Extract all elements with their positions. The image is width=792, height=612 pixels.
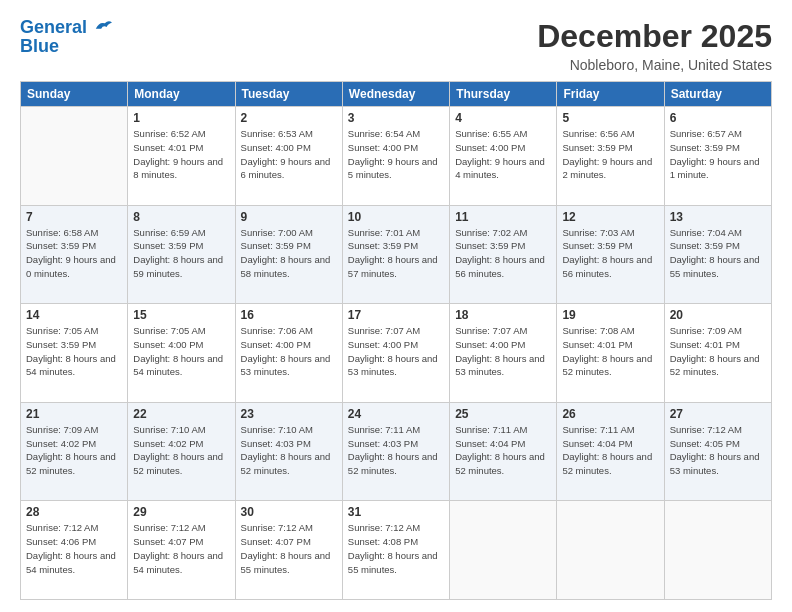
day-info: Sunrise: 6:57 AMSunset: 3:59 PMDaylight:… xyxy=(670,127,766,182)
logo-bird-icon xyxy=(94,19,112,33)
logo: General Blue xyxy=(20,18,112,57)
day-number: 15 xyxy=(133,308,229,322)
day-number: 5 xyxy=(562,111,658,125)
day-number: 12 xyxy=(562,210,658,224)
day-number: 18 xyxy=(455,308,551,322)
day-info: Sunrise: 7:03 AMSunset: 3:59 PMDaylight:… xyxy=(562,226,658,281)
weekday-header-wednesday: Wednesday xyxy=(342,82,449,107)
day-info: Sunrise: 7:12 AMSunset: 4:08 PMDaylight:… xyxy=(348,521,444,576)
week-row-2: 7Sunrise: 6:58 AMSunset: 3:59 PMDaylight… xyxy=(21,205,772,304)
weekday-header-saturday: Saturday xyxy=(664,82,771,107)
day-info: Sunrise: 7:06 AMSunset: 4:00 PMDaylight:… xyxy=(241,324,337,379)
day-number: 4 xyxy=(455,111,551,125)
week-row-1: 1Sunrise: 6:52 AMSunset: 4:01 PMDaylight… xyxy=(21,107,772,206)
calendar-cell: 27Sunrise: 7:12 AMSunset: 4:05 PMDayligh… xyxy=(664,402,771,501)
calendar-cell: 29Sunrise: 7:12 AMSunset: 4:07 PMDayligh… xyxy=(128,501,235,600)
calendar-cell: 10Sunrise: 7:01 AMSunset: 3:59 PMDayligh… xyxy=(342,205,449,304)
title-block: December 2025 Nobleboro, Maine, United S… xyxy=(537,18,772,73)
day-number: 16 xyxy=(241,308,337,322)
day-number: 24 xyxy=(348,407,444,421)
day-info: Sunrise: 7:07 AMSunset: 4:00 PMDaylight:… xyxy=(348,324,444,379)
weekday-header-monday: Monday xyxy=(128,82,235,107)
day-number: 31 xyxy=(348,505,444,519)
calendar-cell: 17Sunrise: 7:07 AMSunset: 4:00 PMDayligh… xyxy=(342,304,449,403)
week-row-3: 14Sunrise: 7:05 AMSunset: 3:59 PMDayligh… xyxy=(21,304,772,403)
day-info: Sunrise: 7:11 AMSunset: 4:03 PMDaylight:… xyxy=(348,423,444,478)
header: General Blue December 2025 Nobleboro, Ma… xyxy=(20,18,772,73)
calendar-cell: 14Sunrise: 7:05 AMSunset: 3:59 PMDayligh… xyxy=(21,304,128,403)
day-info: Sunrise: 7:02 AMSunset: 3:59 PMDaylight:… xyxy=(455,226,551,281)
weekday-header-sunday: Sunday xyxy=(21,82,128,107)
day-info: Sunrise: 7:05 AMSunset: 3:59 PMDaylight:… xyxy=(26,324,122,379)
calendar-cell: 28Sunrise: 7:12 AMSunset: 4:06 PMDayligh… xyxy=(21,501,128,600)
day-number: 13 xyxy=(670,210,766,224)
day-info: Sunrise: 7:12 AMSunset: 4:06 PMDaylight:… xyxy=(26,521,122,576)
calendar-cell: 5Sunrise: 6:56 AMSunset: 3:59 PMDaylight… xyxy=(557,107,664,206)
week-row-5: 28Sunrise: 7:12 AMSunset: 4:06 PMDayligh… xyxy=(21,501,772,600)
weekday-header-thursday: Thursday xyxy=(450,82,557,107)
day-number: 9 xyxy=(241,210,337,224)
calendar-cell: 8Sunrise: 6:59 AMSunset: 3:59 PMDaylight… xyxy=(128,205,235,304)
day-number: 14 xyxy=(26,308,122,322)
day-info: Sunrise: 6:54 AMSunset: 4:00 PMDaylight:… xyxy=(348,127,444,182)
day-number: 3 xyxy=(348,111,444,125)
day-number: 7 xyxy=(26,210,122,224)
day-number: 25 xyxy=(455,407,551,421)
calendar-cell: 7Sunrise: 6:58 AMSunset: 3:59 PMDaylight… xyxy=(21,205,128,304)
calendar: SundayMondayTuesdayWednesdayThursdayFrid… xyxy=(20,81,772,600)
calendar-cell: 1Sunrise: 6:52 AMSunset: 4:01 PMDaylight… xyxy=(128,107,235,206)
month-title: December 2025 xyxy=(537,18,772,55)
day-number: 20 xyxy=(670,308,766,322)
day-info: Sunrise: 7:11 AMSunset: 4:04 PMDaylight:… xyxy=(562,423,658,478)
calendar-cell xyxy=(557,501,664,600)
day-number: 26 xyxy=(562,407,658,421)
calendar-cell: 23Sunrise: 7:10 AMSunset: 4:03 PMDayligh… xyxy=(235,402,342,501)
day-number: 11 xyxy=(455,210,551,224)
day-info: Sunrise: 7:10 AMSunset: 4:02 PMDaylight:… xyxy=(133,423,229,478)
day-info: Sunrise: 7:11 AMSunset: 4:04 PMDaylight:… xyxy=(455,423,551,478)
calendar-cell: 21Sunrise: 7:09 AMSunset: 4:02 PMDayligh… xyxy=(21,402,128,501)
day-info: Sunrise: 7:12 AMSunset: 4:07 PMDaylight:… xyxy=(241,521,337,576)
calendar-cell: 20Sunrise: 7:09 AMSunset: 4:01 PMDayligh… xyxy=(664,304,771,403)
calendar-cell: 12Sunrise: 7:03 AMSunset: 3:59 PMDayligh… xyxy=(557,205,664,304)
day-info: Sunrise: 7:09 AMSunset: 4:02 PMDaylight:… xyxy=(26,423,122,478)
day-info: Sunrise: 7:08 AMSunset: 4:01 PMDaylight:… xyxy=(562,324,658,379)
day-info: Sunrise: 6:52 AMSunset: 4:01 PMDaylight:… xyxy=(133,127,229,182)
day-number: 17 xyxy=(348,308,444,322)
day-number: 21 xyxy=(26,407,122,421)
calendar-cell: 11Sunrise: 7:02 AMSunset: 3:59 PMDayligh… xyxy=(450,205,557,304)
calendar-cell xyxy=(21,107,128,206)
weekday-header-tuesday: Tuesday xyxy=(235,82,342,107)
weekday-header-friday: Friday xyxy=(557,82,664,107)
calendar-cell: 18Sunrise: 7:07 AMSunset: 4:00 PMDayligh… xyxy=(450,304,557,403)
page: General Blue December 2025 Nobleboro, Ma… xyxy=(0,0,792,612)
calendar-cell: 22Sunrise: 7:10 AMSunset: 4:02 PMDayligh… xyxy=(128,402,235,501)
day-info: Sunrise: 7:05 AMSunset: 4:00 PMDaylight:… xyxy=(133,324,229,379)
day-info: Sunrise: 7:09 AMSunset: 4:01 PMDaylight:… xyxy=(670,324,766,379)
day-number: 23 xyxy=(241,407,337,421)
day-number: 30 xyxy=(241,505,337,519)
day-number: 1 xyxy=(133,111,229,125)
calendar-cell xyxy=(450,501,557,600)
day-number: 6 xyxy=(670,111,766,125)
calendar-cell: 9Sunrise: 7:00 AMSunset: 3:59 PMDaylight… xyxy=(235,205,342,304)
day-number: 2 xyxy=(241,111,337,125)
calendar-cell: 4Sunrise: 6:55 AMSunset: 4:00 PMDaylight… xyxy=(450,107,557,206)
calendar-cell: 25Sunrise: 7:11 AMSunset: 4:04 PMDayligh… xyxy=(450,402,557,501)
calendar-cell: 16Sunrise: 7:06 AMSunset: 4:00 PMDayligh… xyxy=(235,304,342,403)
calendar-cell: 6Sunrise: 6:57 AMSunset: 3:59 PMDaylight… xyxy=(664,107,771,206)
day-info: Sunrise: 6:58 AMSunset: 3:59 PMDaylight:… xyxy=(26,226,122,281)
location: Nobleboro, Maine, United States xyxy=(537,57,772,73)
day-number: 29 xyxy=(133,505,229,519)
day-info: Sunrise: 6:59 AMSunset: 3:59 PMDaylight:… xyxy=(133,226,229,281)
day-info: Sunrise: 6:56 AMSunset: 3:59 PMDaylight:… xyxy=(562,127,658,182)
day-number: 28 xyxy=(26,505,122,519)
calendar-cell xyxy=(664,501,771,600)
day-number: 27 xyxy=(670,407,766,421)
day-info: Sunrise: 7:04 AMSunset: 3:59 PMDaylight:… xyxy=(670,226,766,281)
calendar-cell: 26Sunrise: 7:11 AMSunset: 4:04 PMDayligh… xyxy=(557,402,664,501)
day-number: 22 xyxy=(133,407,229,421)
day-info: Sunrise: 7:07 AMSunset: 4:00 PMDaylight:… xyxy=(455,324,551,379)
logo-blue: Blue xyxy=(20,36,59,57)
day-info: Sunrise: 7:10 AMSunset: 4:03 PMDaylight:… xyxy=(241,423,337,478)
